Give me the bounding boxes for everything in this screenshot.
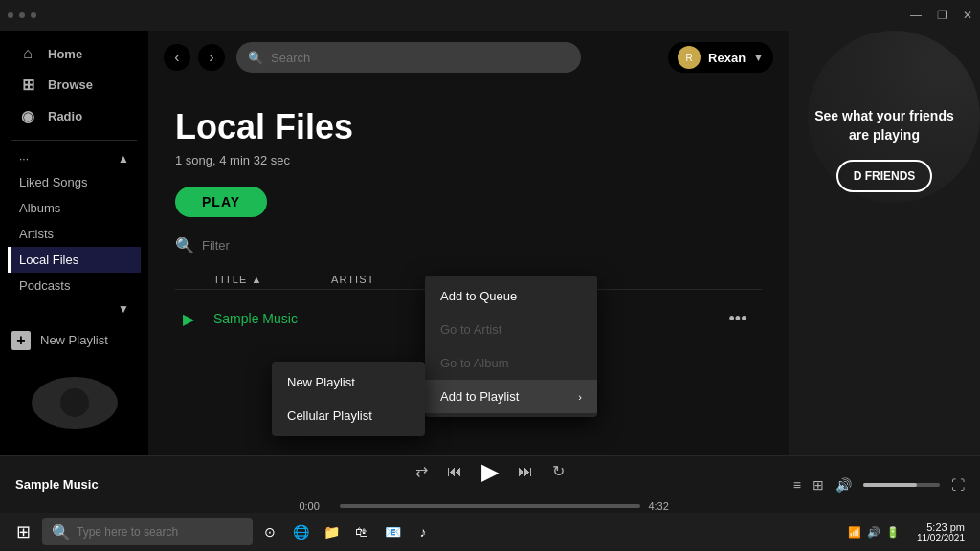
new-playlist-label: New Playlist	[40, 333, 108, 347]
progress-bar[interactable]	[340, 504, 640, 508]
network-icon[interactable]: 📶	[848, 526, 861, 539]
user-name: Rexan	[708, 51, 746, 65]
col-num	[175, 274, 213, 285]
sidebar-item-local-files[interactable]: Local Files	[8, 247, 141, 273]
volume-slider[interactable]	[863, 483, 940, 487]
filter-bar: 🔍	[175, 236, 762, 254]
sidebar-item-artists[interactable]: Artists	[8, 221, 141, 247]
nav-arrows: ‹ ›	[164, 44, 225, 71]
home-icon: ⌂	[19, 45, 36, 62]
search-input[interactable]	[271, 51, 569, 65]
context-menu: Add to Queue Go to Artist Go to Album Ad…	[425, 276, 597, 417]
volume-fill	[863, 483, 917, 487]
maximize-button[interactable]: ❐	[937, 9, 947, 22]
fullscreen-icon[interactable]: ⛶	[951, 477, 965, 493]
sidebar-nav: ⌂ Home ⊞ Browse ◉ Radio	[0, 38, 148, 132]
repeat-button[interactable]: ↻	[552, 462, 565, 480]
player-progress: 0:00 4:32	[299, 500, 681, 512]
collapse-icon: ▲	[118, 152, 129, 165]
search-bar[interactable]: 🔍	[236, 42, 581, 73]
title-dot-2	[19, 12, 25, 18]
sidebar-browse-label: Browse	[48, 77, 93, 92]
taskbar-store-icon[interactable]: 🛍	[348, 518, 375, 545]
taskbar: ⊞ 🔍 ⊙ 🌐 📁 🛍 📧 ♪ 📶 🔊 🔋 5:23 pm 11/02/2021	[0, 513, 980, 551]
player-buttons: ⇄ ⏮ ▶ ⏭ ↻	[415, 458, 565, 485]
title-dot-1	[8, 12, 13, 18]
close-button[interactable]: ✕	[963, 9, 972, 22]
page-subtitle: 1 song, 4 min 32 sec	[175, 153, 762, 167]
taskbar-time[interactable]: 5:23 pm 11/02/2021	[909, 521, 972, 543]
minimize-button[interactable]: —	[910, 9, 922, 22]
chevron-down-icon: ▼	[118, 302, 129, 316]
context-add-to-playlist[interactable]: Add to Playlist ›	[425, 380, 597, 413]
title-dot-3	[31, 12, 36, 18]
taskbar-mail-icon[interactable]: 📧	[379, 518, 406, 545]
taskbar-search[interactable]: 🔍	[42, 518, 253, 545]
context-go-to-artist: Go to Artist	[425, 313, 597, 346]
time-elapsed: 0:00	[299, 500, 332, 512]
back-button[interactable]: ‹	[164, 44, 190, 71]
sidebar-item-podcasts[interactable]: Podcasts	[8, 273, 141, 298]
sidebar-item-liked-songs[interactable]: Liked Songs	[8, 169, 141, 195]
sidebar-expand-icon[interactable]: ▼	[8, 298, 141, 320]
shuffle-button[interactable]: ⇄	[415, 462, 428, 480]
track-more-button[interactable]: •••	[714, 309, 762, 329]
time-total: 4:32	[648, 500, 681, 512]
taskbar-right: 📶 🔊 🔋 5:23 pm 11/02/2021	[842, 521, 972, 543]
taskbar-search-icon: 🔍	[52, 523, 71, 541]
track-play-button[interactable]: ▶	[175, 305, 202, 332]
play-pause-button[interactable]: ▶	[481, 458, 499, 485]
browse-icon: ⊞	[19, 76, 36, 94]
main-content: ‹ › 🔍 R Rexan ▼ Local Files 1 song, 4 mi…	[148, 31, 789, 455]
album-art-placeholder	[32, 377, 118, 429]
player-right: ≡ ⊞ 🔊 ⛶	[793, 477, 965, 493]
sidebar-radio-label: Radio	[48, 109, 82, 123]
taskbar-explorer-icon[interactable]: 📁	[318, 518, 345, 545]
forward-button[interactable]: ›	[198, 44, 225, 71]
context-add-to-queue[interactable]: Add to Queue	[425, 279, 597, 313]
avatar: R	[678, 46, 701, 69]
radio-icon: ◉	[19, 107, 36, 125]
new-playlist-button[interactable]: + New Playlist	[0, 323, 148, 358]
sound-icon[interactable]: 🔊	[867, 526, 880, 539]
col-title[interactable]: TITLE ▲	[213, 274, 331, 285]
filter-input[interactable]	[202, 238, 363, 253]
queue-icon[interactable]: ⊞	[813, 477, 824, 493]
play-button[interactable]: PLAY	[175, 187, 267, 217]
taskbar-edge-icon[interactable]: 🌐	[287, 518, 314, 545]
sort-icon: ▲	[251, 274, 262, 285]
sidebar-home-label: Home	[48, 47, 82, 61]
search-icon: 🔍	[248, 51, 263, 65]
lyrics-icon[interactable]: ≡	[793, 477, 801, 493]
find-friends-button[interactable]: D FRIENDS	[836, 160, 933, 192]
taskbar-search-input[interactable]	[77, 525, 243, 539]
system-tray: 📶 🔊 🔋	[842, 526, 905, 539]
taskbar-spotify-icon[interactable]: ♪	[410, 518, 436, 545]
next-button[interactable]: ⏭	[518, 463, 533, 480]
taskview-icon[interactable]: ⊙	[256, 518, 283, 545]
col-actions	[714, 274, 762, 285]
player-controls: ⇄ ⏮ ▶ ⏭ ↻ 0:00 4:32	[203, 458, 778, 512]
previous-button[interactable]: ⏮	[447, 463, 462, 480]
volume-icon[interactable]: 🔊	[835, 477, 852, 493]
sidebar-item-browse[interactable]: ⊞ Browse	[8, 69, 141, 100]
sidebar-item-albums[interactable]: Albums	[8, 195, 141, 221]
sidebar-divider	[11, 140, 137, 141]
submenu-new-playlist[interactable]: New Playlist	[272, 365, 425, 399]
sidebar: ⌂ Home ⊞ Browse ◉ Radio ··· ▲ Liked Song…	[0, 31, 148, 455]
battery-icon[interactable]: 🔋	[886, 526, 900, 539]
sidebar-item-home[interactable]: ⌂ Home	[8, 38, 141, 69]
title-bar: — ❐ ✕	[0, 0, 980, 31]
user-menu[interactable]: R Rexan ▼	[668, 42, 773, 73]
player-track-name: Sample Music	[15, 477, 188, 492]
windows-logo-icon: ⊞	[16, 521, 31, 542]
plus-icon: +	[11, 331, 31, 350]
app-body: ⌂ Home ⊞ Browse ◉ Radio ··· ▲ Liked Song…	[0, 31, 980, 455]
sidebar-item-radio[interactable]: ◉ Radio	[8, 100, 141, 132]
submenu-cellular-playlist[interactable]: Cellular Playlist	[272, 399, 425, 432]
start-button[interactable]: ⊞	[8, 517, 38, 547]
title-bar-right: — ❐ ✕	[910, 9, 972, 22]
sidebar-library-header[interactable]: ··· ▲	[8, 148, 141, 169]
page-title: Local Files	[175, 107, 762, 147]
track-name: Sample Music	[213, 311, 331, 326]
